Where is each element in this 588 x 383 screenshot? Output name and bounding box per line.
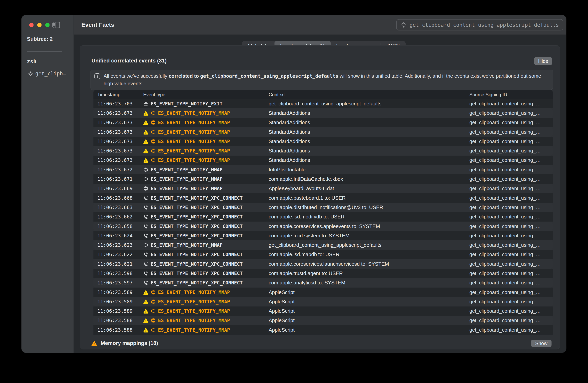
table-row[interactable]: 11:06:23.658 ES_EVENT_TYPE_NOTIFY_XPC_CO… (93, 222, 553, 231)
sidebar-divider (27, 51, 62, 52)
sidebar-item-zsh[interactable]: zsh (27, 58, 37, 65)
event-type-icons (143, 243, 148, 248)
table-row[interactable]: 11:06:23.621 ES_EVENT_TYPE_NOTIFY_XPC_CO… (93, 259, 553, 269)
cell-event-type: ES_EVENT_TYPE_NOTIFY_MMAP (139, 290, 264, 295)
event-type-icons (143, 120, 156, 125)
table-row[interactable]: 11:06:23.588 ES_EVENT_TYPE_NOTIFY_MMAP A… (93, 325, 553, 335)
memory-chip-icon (143, 167, 148, 172)
cell-timestamp: 11:06:23.703 (93, 101, 139, 107)
event-type-icons (143, 167, 148, 172)
event-type-icons (143, 111, 156, 116)
close-button[interactable] (29, 23, 34, 27)
table-row[interactable]: 11:06:23.588 ES_EVENT_TYPE_NOTIFY_MMAP A… (93, 316, 553, 325)
event-type-label: ES_EVENT_TYPE_NOTIFY_XPC_CONNECT (151, 252, 243, 257)
event-type-label: ES_EVENT_TYPE_NOTIFY_MMAP (158, 139, 230, 144)
banner-text: All events we've successfully correlated… (104, 72, 549, 87)
cell-timestamp: 11:06:23.622 (93, 252, 139, 257)
table-row[interactable]: 11:06:23.673 ES_EVENT_TYPE_NOTIFY_MMAP S… (93, 156, 553, 165)
warning-icon (143, 129, 148, 135)
cell-context: StandardAdditions (264, 110, 465, 116)
memory-chip-icon (151, 308, 156, 314)
column-header-context: Context (264, 90, 465, 99)
cell-source-signing-id: get_clipboard_content_using_… (465, 186, 553, 191)
table-row[interactable]: 11:06:23.671 ES_EVENT_TYPE_NOTIFY_MMAP c… (93, 174, 553, 184)
cell-timestamp: 11:06:23.621 (93, 261, 139, 267)
table-row[interactable]: 11:06:23.598 ES_EVENT_TYPE_NOTIFY_XPC_CO… (93, 269, 553, 278)
event-type-label: ES_EVENT_TYPE_NOTIFY_MMAP (158, 110, 230, 116)
hide-button[interactable]: Hide (534, 57, 552, 65)
table-row[interactable]: 11:06:23.597 ES_EVENT_TYPE_NOTIFY_XPC_CO… (93, 278, 553, 288)
event-type-icons (143, 158, 156, 163)
minimize-button[interactable] (37, 23, 42, 27)
event-type-label: ES_EVENT_TYPE_NOTIFY_XPC_CONNECT (151, 280, 243, 286)
table-row[interactable]: 11:06:23.672 ES_EVENT_TYPE_NOTIFY_MMAP I… (93, 165, 553, 174)
panel-title: Unified correlated events (31) (91, 58, 167, 64)
memory-mappings-bar: Memory mappings (18) Show (80, 337, 560, 349)
table-row[interactable]: 11:06:23.662 ES_EVENT_TYPE_NOTIFY_XPC_CO… (93, 212, 553, 222)
cell-context: InfoPlist.loctable (264, 167, 465, 173)
cell-event-type: ES_EVENT_TYPE_NOTIFY_MMAP (139, 167, 264, 173)
event-type-icons (143, 186, 148, 191)
event-type-icons (143, 148, 156, 154)
cell-source-signing-id: get_clipboard_content_using_… (465, 327, 553, 333)
cell-source-signing-id: get_clipboard_content_using_… (465, 204, 553, 210)
cell-timestamp: 11:06:23.673 (93, 120, 139, 125)
table-row[interactable]: 11:06:23.622 ES_EVENT_TYPE_NOTIFY_XPC_CO… (93, 250, 553, 259)
show-button[interactable]: Show (531, 340, 551, 347)
cell-source-signing-id: get_clipboard_content_using_… (465, 167, 553, 173)
table-row[interactable]: 11:06:23.673 ES_EVENT_TYPE_NOTIFY_MMAP S… (93, 137, 553, 146)
memory-chip-icon (151, 299, 156, 304)
table-row[interactable]: 11:06:23.589 ES_EVENT_TYPE_NOTIFY_MMAP A… (93, 288, 553, 297)
event-type-label: ES_EVENT_TYPE_NOTIFY_XPC_CONNECT (151, 195, 243, 201)
cell-timestamp: 11:06:23.673 (93, 148, 139, 154)
table-row[interactable]: 11:06:23.673 ES_EVENT_TYPE_NOTIFY_MMAP S… (93, 127, 553, 137)
memory-chip-icon (151, 139, 156, 144)
column-header-event-type: Event type (139, 90, 264, 99)
event-type-icons (143, 290, 156, 295)
table-row[interactable]: 11:06:23.673 ES_EVENT_TYPE_NOTIFY_MMAP S… (93, 146, 553, 155)
warning-icon (143, 299, 148, 304)
cell-source-signing-id: get_clipboard_content_using_… (465, 157, 553, 163)
memory-chip-icon (151, 111, 156, 116)
event-type-icons (143, 101, 148, 106)
process-badge[interactable]: get_clipboard_content_using_applescript_… (396, 19, 563, 30)
table-row[interactable]: 11:06:23.668 ES_EVENT_TYPE_NOTIFY_XPC_CO… (93, 193, 553, 203)
cell-event-type: ES_EVENT_TYPE_NOTIFY_MMAP (139, 157, 264, 163)
cell-context: get_clipboard_content_using_applescript_… (264, 101, 465, 107)
cell-event-type: ES_EVENT_TYPE_NOTIFY_MMAP (139, 186, 264, 191)
phone-icon (143, 280, 148, 285)
cell-timestamp: 11:06:23.663 (93, 204, 139, 210)
event-type-label: ES_EVENT_TYPE_NOTIFY_MMAP (158, 120, 230, 125)
cell-event-type: ES_EVENT_TYPE_NOTIFY_XPC_CONNECT (139, 214, 264, 220)
table-row[interactable]: 11:06:23.703 ES_EVENT_TYPE_NOTIFY_EXIT g… (93, 99, 553, 108)
sidebar-toggle-icon[interactable] (52, 22, 60, 28)
table-row[interactable]: 11:06:23.624 ES_EVENT_TYPE_NOTIFY_XPC_CO… (93, 231, 553, 240)
cell-context: AppleScript (264, 327, 465, 333)
cell-context: com.apple.coreservices.appleevents to: S… (264, 223, 465, 229)
table-row[interactable]: 11:06:23.589 ES_EVENT_TYPE_NOTIFY_MMAP A… (93, 297, 553, 306)
phone-icon (143, 271, 148, 276)
event-type-icons (143, 214, 148, 219)
cell-source-signing-id: get_clipboard_content_using_… (465, 270, 553, 276)
memory-mappings-label: Memory mappings (18) (101, 340, 158, 346)
memory-chip-icon (151, 290, 156, 295)
cell-event-type: ES_EVENT_TYPE_NOTIFY_XPC_CONNECT (139, 204, 264, 210)
table-row[interactable]: 11:06:23.589 ES_EVENT_TYPE_NOTIFY_MMAP A… (93, 307, 553, 316)
event-type-icons (143, 205, 148, 210)
table-row[interactable]: 11:06:23.669 ES_EVENT_TYPE_NOTIFY_MMAP A… (93, 184, 553, 193)
memory-chip-icon (151, 158, 156, 163)
cell-context: StandardAdditions (264, 119, 465, 126)
table-row[interactable]: 11:06:23.673 ES_EVENT_TYPE_NOTIFY_MMAP S… (93, 118, 553, 127)
phone-icon (143, 233, 148, 238)
table-row[interactable]: 11:06:23.663 ES_EVENT_TYPE_NOTIFY_XPC_CO… (93, 203, 553, 212)
cell-timestamp: 11:06:23.597 (93, 280, 139, 286)
cell-timestamp: 11:06:23.669 (93, 186, 139, 191)
table-row[interactable]: 11:06:23.623 ES_EVENT_TYPE_NOTIFY_MMAP g… (93, 240, 553, 250)
memory-chip-icon (151, 318, 156, 323)
zoom-button[interactable] (45, 23, 50, 27)
event-type-label: ES_EVENT_TYPE_NOTIFY_MMAP (151, 186, 223, 191)
event-type-icons (143, 299, 156, 304)
sidebar-item-get-clipboard[interactable]: get_clipb… (28, 70, 66, 77)
cell-event-type: ES_EVENT_TYPE_NOTIFY_MMAP (139, 299, 264, 305)
table-row[interactable]: 11:06:23.673 ES_EVENT_TYPE_NOTIFY_MMAP S… (93, 108, 553, 118)
